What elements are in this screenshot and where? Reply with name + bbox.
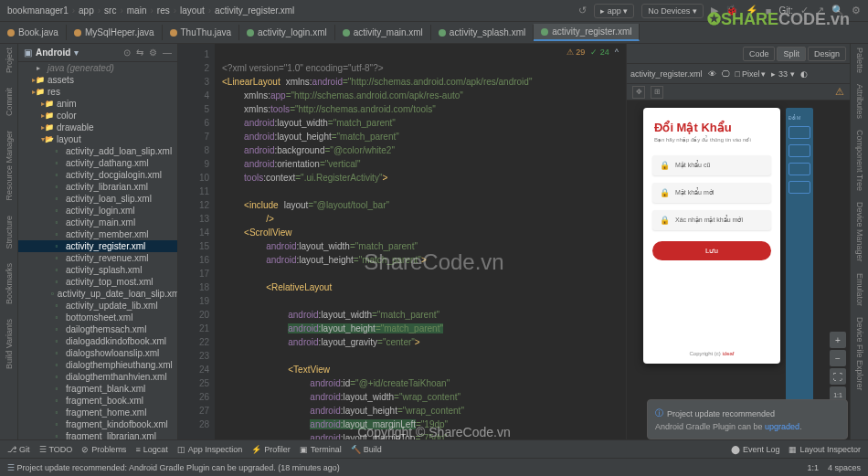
tool-window-button[interactable]: Device Manager <box>855 202 864 262</box>
tree-folder[interactable]: ▸📁assets <box>18 74 177 86</box>
code-inspection-badges[interactable]: ⚠ 29 ✓ 24 ^ <box>566 48 619 57</box>
breadcrumb-item[interactable]: bookmanager1 <box>7 5 69 16</box>
file-label[interactable]: activity_register.xml <box>630 69 703 79</box>
collapse-icon[interactable]: ⊙ <box>123 48 131 58</box>
tree-file[interactable]: ▫activity_revenue.xml <box>18 252 177 264</box>
api-dropdown[interactable]: ▸ 33 ▾ <box>771 69 794 79</box>
line-number[interactable]: 23 <box>178 349 209 363</box>
notification-popup[interactable]: ⓘ Project update recommended Android Gra… <box>647 399 848 439</box>
indent-label[interactable]: 4 spaces <box>828 463 861 472</box>
settings-icon[interactable]: ⚙ <box>149 48 157 58</box>
pan-icon[interactable]: ✥ <box>632 86 645 99</box>
tree-file[interactable]: ▫bottomsheet.xml <box>18 312 177 323</box>
dropdown-icon[interactable]: ▾ <box>74 48 79 58</box>
line-number[interactable]: 10 <box>178 171 209 185</box>
orientation-icon[interactable]: 🖵 <box>722 69 730 79</box>
line-number[interactable]: 25 <box>178 376 209 390</box>
save-button[interactable]: Lưu <box>652 241 771 260</box>
line-number[interactable]: 22 <box>178 335 209 349</box>
upgrade-link[interactable]: upgraded <box>765 422 799 431</box>
device-dropdown[interactable]: No Devices ▾ <box>641 4 704 18</box>
tool-window-button[interactable]: Component Tree <box>855 130 864 191</box>
editor-tab[interactable]: activity_splash.xml <box>431 25 534 40</box>
tool-window-button[interactable]: Structure <box>5 216 14 249</box>
build-tab[interactable]: 🔨 Build <box>351 445 382 454</box>
tree-folder[interactable]: ▸java (generated) <box>18 62 177 74</box>
line-number[interactable]: 17 <box>178 267 209 280</box>
tree-file[interactable]: ▫fragment_home.xml <box>18 407 177 418</box>
tool-window-button[interactable]: Resource Manager <box>5 131 14 201</box>
editor-tab[interactable]: activity_register.xml <box>534 24 640 41</box>
breadcrumb-item[interactable]: res <box>157 5 170 16</box>
new-password-input[interactable]: 🔒Mật khẩu mới <box>652 183 771 203</box>
line-number[interactable]: 6 <box>178 116 209 130</box>
git-tab[interactable]: ⎇ Git <box>7 445 30 454</box>
run-config-dropdown[interactable]: ▸ app ▾ <box>594 4 634 18</box>
tree-file[interactable]: ▫fragment_book.xml <box>18 395 177 407</box>
tree-file[interactable]: ▫activity_register.xml <box>18 240 177 252</box>
breadcrumb-item[interactable]: activity_register.xml <box>215 5 294 16</box>
status-icon[interactable]: ☰ <box>7 463 15 472</box>
tree-file[interactable]: ▫activity_update_lib.xml <box>18 300 177 312</box>
tree-file[interactable]: ▫activity_top_most.xml <box>18 276 177 288</box>
line-number[interactable]: 19 <box>178 294 209 308</box>
tree-file[interactable]: ▫fragment_blank.xml <box>18 383 177 395</box>
line-number[interactable]: 8 <box>178 143 209 157</box>
editor-tab[interactable]: activity_login.xml <box>239 25 335 40</box>
tool-window-button[interactable]: Attributes <box>855 84 864 119</box>
phone-preview[interactable]: Đổi Mật Khẩu Bạn hãy nhập đầy đủ thông t… <box>643 108 780 364</box>
confirm-password-input[interactable]: 🔒Xác nhận mật khẩu mới <box>652 210 771 230</box>
tool-window-button[interactable]: Commit <box>5 88 14 116</box>
line-number[interactable]: 5 <box>178 102 209 116</box>
line-number[interactable]: 20 <box>178 308 209 322</box>
tree-file[interactable]: ▫fragment_kindofbook.xml <box>18 418 177 430</box>
line-number[interactable]: 4 <box>178 89 209 102</box>
typo-badge[interactable]: ✓ 24 <box>590 48 609 57</box>
tree-folder[interactable]: ▸📁drawable <box>18 122 177 133</box>
line-number[interactable]: 1 <box>178 48 209 61</box>
tree-folder[interactable]: ▸📁res <box>18 86 177 98</box>
line-number[interactable]: 21 <box>178 322 209 335</box>
line-number[interactable]: 3 <box>178 75 209 89</box>
line-number[interactable]: 26 <box>178 390 209 404</box>
hide-icon[interactable]: — <box>163 48 172 58</box>
tree-file[interactable]: ▫activity_librarian.xml <box>18 181 177 193</box>
sync-icon[interactable]: ↺ <box>578 5 587 16</box>
line-number[interactable]: 2 <box>178 61 209 75</box>
line-number[interactable]: 27 <box>178 404 209 418</box>
tree-file[interactable]: ▫activity_up_date_loan_slip.xml <box>18 288 177 300</box>
zoom-in-button[interactable]: + <box>830 332 846 348</box>
device-dropdown[interactable]: □ Pixel ▾ <box>736 69 767 79</box>
logcat-tab[interactable]: ≡ Logcat <box>135 445 167 454</box>
tree-file[interactable]: ▫activity_loan_slip.xml <box>18 193 177 205</box>
tree-file[interactable]: ▫activity_add_loan_slip.xml <box>18 145 177 157</box>
zoom-out-button[interactable]: − <box>830 350 846 366</box>
blueprint-preview[interactable]: Đổi M <box>786 108 813 432</box>
line-number[interactable]: 18 <box>178 280 209 294</box>
settings-icon[interactable]: ⚙ <box>852 5 861 16</box>
line-number[interactable]: 12 <box>178 198 209 212</box>
tree-file[interactable]: ▫activity_dathang.xml <box>18 157 177 169</box>
tool-window-button[interactable]: Device File Explorer <box>855 317 864 391</box>
line-number[interactable]: 13 <box>178 212 209 226</box>
tree-file[interactable]: ▫dialogthemthanhvien.xml <box>18 371 177 383</box>
tree-file[interactable]: ▫dialogshowloanslip.xml <box>18 347 177 359</box>
project-view-label[interactable]: Android <box>36 48 70 58</box>
tool-window-button[interactable]: Emulator <box>855 273 864 306</box>
tree-file[interactable]: ▫dailogthemsach.xml <box>18 323 177 335</box>
old-password-input[interactable]: 🔒Mật khẩu cũ <box>652 155 771 175</box>
design-tab[interactable]: Design <box>808 47 846 61</box>
warning-badge[interactable]: ⚠ 29 <box>566 48 586 57</box>
problems-tab[interactable]: ⊘ Problems <box>81 445 126 454</box>
tool-window-button[interactable]: Build Variants <box>5 319 14 369</box>
tree-file[interactable]: ▫fragment_librarian.xml <box>18 430 177 439</box>
warning-icon[interactable]: ⚠ <box>835 86 844 98</box>
line-number[interactable]: 24 <box>178 363 209 376</box>
line-number[interactable]: 14 <box>178 226 209 239</box>
line-number[interactable]: 11 <box>178 185 209 198</box>
tree-file[interactable]: ▫dialogthemphieuthang.xml <box>18 359 177 371</box>
tree-file[interactable]: ▫activity_splash.xml <box>18 264 177 276</box>
todo-tab[interactable]: ☰ TODO <box>39 445 73 454</box>
tree-file[interactable]: ▫activity_login.xml <box>18 205 177 217</box>
expand-icon[interactable]: ⇆ <box>136 48 143 58</box>
